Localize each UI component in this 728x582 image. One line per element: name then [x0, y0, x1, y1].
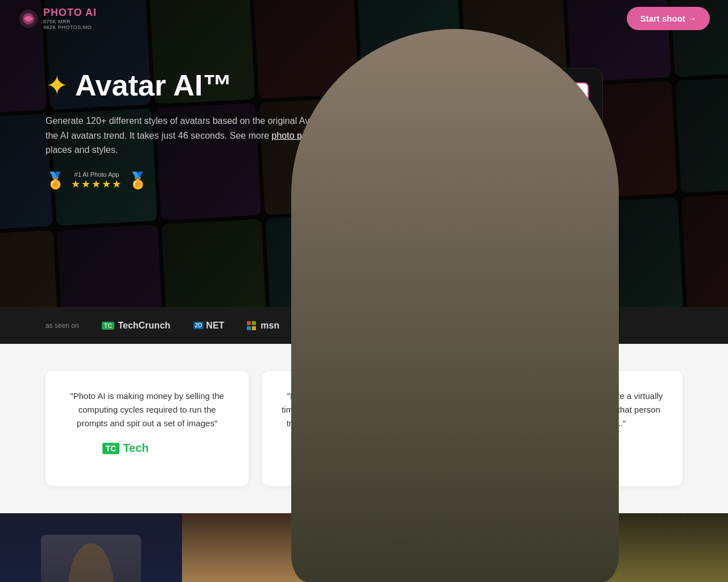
laurel-left-icon: 🏅 [46, 171, 65, 190]
techcrunch-logo-big: TC TechCrunch [102, 442, 192, 455]
svg-rect-2 [247, 321, 251, 325]
logo-area: PHOTO AI 875K MRR 962K PHOTOS.MO [18, 7, 97, 30]
award-label: #1 AI Photo App [75, 171, 119, 178]
logo-title: PHOTO AI [43, 7, 97, 19]
logo-stats-line2: 962K PHOTOS.MO [43, 24, 97, 30]
hero-title: Avatar AI™ [75, 68, 232, 102]
as-seen-on-label: as seen on [46, 322, 79, 330]
tc-text-dark: Crunch [152, 442, 192, 455]
techcrunch-label: TechCrunch [118, 321, 170, 331]
press-logo-msn: msn [247, 321, 279, 331]
svg-rect-3 [252, 321, 256, 325]
logo-stats-line1: 875K MRR [43, 19, 97, 24]
tc-text-green: Tech [123, 442, 148, 455]
press-logo-zdnet: 2D NET [193, 321, 225, 331]
sparkle-icon: ✦ [46, 69, 68, 101]
msn-icon [247, 321, 256, 330]
start-shoot-button[interactable]: Start shoot → [627, 7, 710, 30]
award-text: #1 AI Photo App ★★★★★ [71, 171, 122, 190]
strip-image-3 [364, 513, 546, 582]
person-body-1 [68, 543, 113, 583]
tc-icon-big: TC [102, 443, 120, 454]
press-logo-techcrunch: TC TechCrunch [102, 321, 171, 331]
person-figure-3 [364, 513, 546, 582]
svg-rect-5 [252, 326, 256, 330]
zdnet-2d-icon: 2D [193, 322, 204, 329]
person-figure-1 [41, 535, 141, 582]
testimonial-logo-techcrunch: TC TechCrunch [64, 442, 230, 455]
zdnet-net-label: NET [206, 321, 224, 331]
logo-text-area: PHOTO AI 875K MRR 962K PHOTOS.MO [43, 7, 97, 30]
svg-rect-4 [247, 326, 251, 330]
testimonial-text-1: "Photo AI is making money by selling the… [64, 389, 230, 430]
msn-label: msn [260, 321, 279, 331]
laurel-right-icon: 🏅 [128, 171, 148, 190]
testimonial-card-techcrunch: "Photo AI is making money by selling the… [46, 371, 249, 486]
award-stars: ★★★★★ [71, 178, 122, 190]
navbar: PHOTO AI 875K MRR 962K PHOTOS.MO Start s… [0, 0, 728, 37]
bottom-image-strip [0, 513, 728, 582]
strip-image-1 [0, 513, 182, 582]
techcrunch-icon: TC [102, 322, 115, 330]
logo-icon [18, 9, 39, 29]
